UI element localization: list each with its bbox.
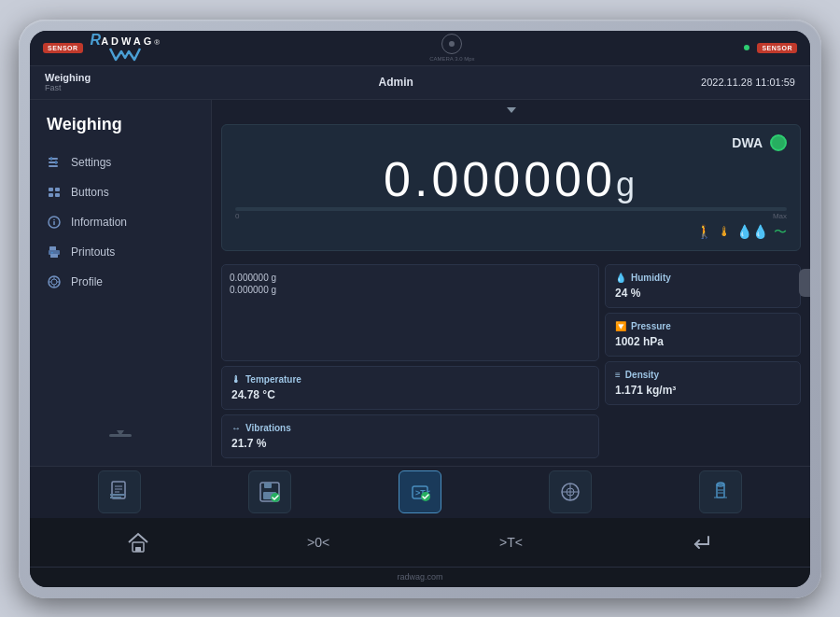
pressure-panel: 🔽 Pressure 1002 hPa: [605, 313, 801, 357]
top-bar: SENSOR R ADWAG ®: [30, 31, 810, 66]
header-sub: Fast: [45, 83, 91, 92]
home-button[interactable]: [111, 526, 165, 559]
nav-bar: >0< >T<: [30, 518, 810, 567]
reading-value-1: 0.000000 g: [230, 273, 591, 283]
sidebar-item-label-settings: Settings: [71, 156, 111, 169]
settings-icon: [47, 155, 62, 170]
svg-rect-15: [51, 252, 53, 254]
weight-value: 0.000000: [384, 155, 616, 203]
bottom-toolbar: >T<: [30, 466, 810, 518]
svg-rect-6: [55, 188, 60, 191]
thermometer-icon: 🌡: [231, 374, 241, 385]
svg-rect-0: [49, 158, 58, 160]
tare-button[interactable]: >T<: [483, 526, 550, 559]
main-panel: DWA 0.000000 g 0 Max: [212, 100, 810, 466]
svg-rect-8: [55, 193, 60, 197]
toolbar-btn-test[interactable]: >T<: [399, 470, 441, 513]
env-icon-vibration: 〜: [774, 224, 787, 241]
svg-rect-10: [53, 221, 55, 225]
weight-unit: g: [616, 168, 638, 202]
svg-rect-31: [264, 483, 272, 488]
temperature-panel: 🌡 Temperature 24.78 °C: [221, 366, 599, 410]
right-column: 💧 Humidity 24 % 🔽 Pressure 1002 hPa: [605, 264, 801, 458]
sidebar-item-printouts[interactable]: Printouts: [30, 237, 211, 267]
sidebar-item-profile[interactable]: Profile: [30, 267, 211, 297]
svg-rect-29: [110, 497, 121, 498]
dwa-indicator: [770, 134, 787, 151]
sidebar-title: Weighing: [30, 115, 211, 147]
sidebar-item-label-profile: Profile: [71, 275, 103, 288]
sidebar-item-buttons[interactable]: Buttons: [30, 177, 211, 207]
reading-value-2: 0.000000 g: [230, 285, 591, 295]
weight-display: DWA 0.000000 g 0 Max: [221, 124, 801, 251]
print-icon: [47, 245, 62, 259]
progress-min: 0: [235, 212, 239, 220]
footer-website: radwag.com: [397, 572, 442, 582]
vibrations-panel: ↔ Vibrations 21.7 %: [221, 414, 599, 458]
progress-labels: 0 Max: [235, 212, 787, 220]
profile-icon: [47, 274, 62, 289]
scroll-handle[interactable]: [799, 269, 810, 297]
humidity-title: 💧 Humidity: [615, 273, 791, 283]
header-left: Weighing Fast: [45, 72, 91, 92]
top-bar-right: SENSOR: [744, 43, 797, 53]
svg-rect-2: [49, 165, 58, 167]
enter-button[interactable]: [675, 526, 729, 559]
svg-rect-48: [135, 547, 141, 552]
pressure-value: 1002 hPa: [615, 335, 791, 348]
top-indicators: [744, 45, 749, 50]
dropdown-arrow[interactable]: [507, 107, 516, 113]
sensor-badge-right: SENSOR: [757, 43, 797, 53]
env-icons: 🚶 🌡 💧💧 〜: [235, 224, 787, 241]
reading-panel: 0.000000 g 0.000000 g: [221, 264, 599, 361]
progress-max: Max: [773, 212, 787, 220]
sidebar-item-label-buttons: Buttons: [71, 186, 109, 199]
camera-label: CAMERA 3.0 Mpx: [429, 56, 474, 62]
svg-text:>0<: >0<: [307, 535, 329, 550]
density-title: ≡ Density: [615, 370, 791, 380]
svg-rect-28: [110, 494, 125, 496]
dwa-label: DWA: [732, 135, 763, 150]
progress-track: [235, 207, 787, 211]
info-icon: [47, 215, 62, 230]
vibrations-value: 21.7 %: [231, 437, 589, 450]
svg-rect-3: [50, 157, 52, 161]
density-icon: ≡: [615, 370, 621, 380]
dwa-row: DWA: [235, 134, 787, 151]
humidity-icon: 💧: [615, 273, 626, 283]
sidebar-item-label-information: Information: [71, 216, 127, 229]
svg-rect-14: [50, 254, 58, 258]
header-user: Admin: [379, 76, 413, 89]
header-datetime: 2022.11.28 11:01:59: [701, 77, 795, 88]
camera-icon: [441, 34, 462, 54]
screen: SENSOR R ADWAG ®: [30, 31, 810, 587]
toolbar-btn-cylinder[interactable]: [699, 470, 742, 513]
zero-button[interactable]: >0<: [290, 526, 357, 559]
sidebar-item-settings[interactable]: Settings: [30, 147, 211, 177]
radwag-logo: R ADWAG ®: [91, 32, 161, 63]
sidebar-item-information[interactable]: Information: [30, 207, 211, 237]
svg-text:>T<: >T<: [499, 535, 523, 550]
env-icon-humidity: 💧💧: [736, 224, 768, 241]
humidity-panel: 💧 Humidity 24 %: [605, 264, 801, 308]
logo-icon: [108, 47, 142, 62]
density-panel: ≡ Density 1.171 kg/m³: [605, 361, 801, 405]
toolbar-btn-doc[interactable]: [98, 470, 141, 513]
svg-rect-7: [49, 193, 53, 197]
sidebar-scroll-arrow[interactable]: [109, 430, 132, 442]
pressure-title: 🔽 Pressure: [615, 321, 791, 331]
pressure-icon: 🔽: [615, 321, 626, 331]
logo-text: ADWAG: [101, 35, 154, 47]
indicator-green: [744, 45, 749, 50]
svg-rect-24: [112, 482, 125, 498]
header-bar: Weighing Fast Admin 2022.11.28 11:01:59: [30, 66, 810, 100]
temperature-value: 24.78 °C: [231, 388, 589, 401]
weight-row: 0.000000 g: [235, 155, 787, 203]
sidebar-item-label-printouts: Printouts: [71, 245, 115, 259]
logo-r: R: [91, 32, 102, 49]
header-mode: Weighing: [45, 72, 91, 83]
toolbar-btn-save[interactable]: [248, 470, 291, 513]
footer-bar: radwag.com: [30, 567, 810, 587]
temperature-title: 🌡 Temperature: [231, 374, 589, 385]
toolbar-btn-circle[interactable]: [549, 470, 592, 513]
